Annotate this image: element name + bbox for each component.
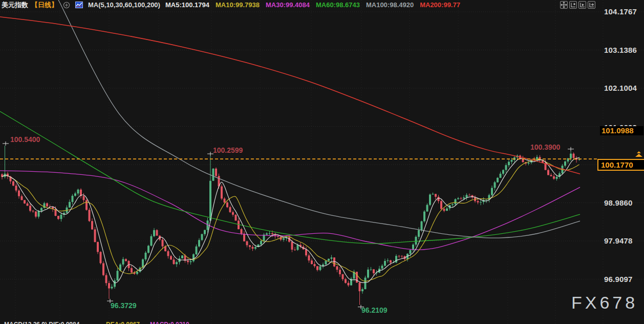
candle-body bbox=[176, 262, 178, 264]
indicator-chart-icon[interactable] bbox=[75, 2, 83, 8]
candle-body bbox=[325, 261, 327, 265]
candle-body bbox=[460, 198, 462, 199]
candle-body bbox=[108, 283, 110, 288]
candle-body bbox=[32, 211, 34, 211]
candle-body bbox=[502, 170, 504, 174]
candle-body bbox=[387, 260, 389, 261]
panel-play-icon[interactable] bbox=[578, 1, 586, 9]
candle-body bbox=[125, 259, 127, 261]
current-price-label: 100.1770 bbox=[597, 159, 644, 171]
candle-body bbox=[131, 268, 133, 273]
axis-tick-label: 96.9097 bbox=[604, 275, 644, 284]
candle-body bbox=[305, 249, 307, 255]
move-icon[interactable] bbox=[560, 1, 568, 9]
axis-tick-label: 103.1386 bbox=[604, 46, 644, 54]
chart-legend: 美元指数【日线】 MA(5,10,30,60,100,200) MA5:100.… bbox=[2, 1, 460, 9]
candle-body bbox=[401, 256, 403, 256]
candle-body bbox=[381, 266, 383, 269]
candle-body bbox=[94, 230, 96, 242]
candle-body bbox=[201, 234, 203, 240]
candle-body bbox=[57, 216, 59, 219]
candle-body bbox=[60, 215, 62, 219]
candle-body bbox=[111, 287, 113, 288]
candle-body bbox=[97, 242, 99, 252]
candle-body bbox=[196, 247, 198, 254]
sub-indicator-legend-segment: MACD(12,26,9) DIF:0.0984 bbox=[4, 321, 79, 324]
candle-body bbox=[156, 230, 158, 236]
candle-body bbox=[547, 170, 549, 175]
high-price-annotation: 100.5400 bbox=[10, 135, 40, 144]
candle-body bbox=[85, 200, 88, 210]
candle-body bbox=[364, 278, 367, 290]
candle-body bbox=[181, 255, 183, 258]
candle-body bbox=[348, 283, 350, 286]
candle-body bbox=[212, 169, 214, 181]
chart-canvas[interactable] bbox=[0, 0, 644, 324]
candle-body bbox=[44, 204, 46, 208]
candle-body bbox=[398, 256, 400, 256]
candle-body bbox=[491, 188, 493, 195]
candle-body bbox=[466, 195, 468, 197]
candle-body bbox=[314, 264, 316, 266]
candle-body bbox=[224, 198, 226, 202]
candle-body bbox=[463, 197, 465, 198]
candle-body bbox=[471, 195, 474, 197]
candle-body bbox=[241, 229, 243, 234]
candle-body bbox=[336, 267, 338, 270]
candle-body bbox=[361, 289, 363, 291]
candle-body bbox=[170, 256, 172, 259]
candle-body bbox=[440, 201, 442, 209]
candle-body bbox=[528, 163, 530, 164]
candle-body bbox=[249, 245, 251, 247]
candle-body bbox=[438, 197, 440, 201]
candle-body bbox=[74, 193, 76, 196]
instrument-title: 美元指数 bbox=[2, 1, 28, 10]
candle-body bbox=[122, 259, 124, 265]
high-marker-icon bbox=[3, 141, 9, 146]
candle-body bbox=[89, 210, 91, 221]
clipped-indicator-row: MACD(12,26,9) DIF:0.0984DEA:0.0867MACD:0… bbox=[0, 321, 461, 324]
ma-values-row: MA5:100.1794MA10:99.7938MA30:99.4084MA60… bbox=[165, 1, 460, 9]
candle-body bbox=[418, 230, 420, 237]
candle-body bbox=[505, 165, 507, 170]
candle-body bbox=[12, 181, 14, 186]
candle-body bbox=[38, 211, 40, 217]
candle-body bbox=[426, 205, 428, 212]
candle-body bbox=[252, 247, 254, 249]
candle-body bbox=[215, 169, 217, 176]
candle-body bbox=[308, 255, 310, 260]
candle-body bbox=[238, 220, 240, 229]
axis-tick-label: 97.9478 bbox=[604, 236, 644, 245]
panel-corner-icon[interactable] bbox=[569, 1, 577, 9]
candle-body bbox=[114, 280, 116, 287]
ma-legend-value-ma30: MA30:99.4084 bbox=[266, 1, 310, 9]
candle-body bbox=[105, 275, 108, 284]
marked-price-badge: 101.0988 bbox=[600, 126, 643, 135]
axis-tick-label: 102.1004 bbox=[604, 84, 644, 92]
candle-body bbox=[35, 211, 37, 216]
candle-body bbox=[468, 195, 470, 195]
candle-body bbox=[316, 266, 318, 270]
low-price-annotation: 96.3729 bbox=[111, 301, 137, 310]
axis-tick-label: 98.9860 bbox=[604, 198, 644, 207]
ma60-line bbox=[0, 111, 580, 244]
candle-body bbox=[455, 199, 457, 205]
high-price-annotation: 100.2599 bbox=[213, 146, 243, 154]
candle-body bbox=[564, 161, 566, 166]
candle-body bbox=[269, 233, 271, 234]
candle-body bbox=[260, 241, 262, 245]
candle-body bbox=[553, 176, 555, 179]
candle-body bbox=[373, 269, 375, 273]
candle-body bbox=[423, 212, 425, 221]
candle-body bbox=[232, 212, 234, 215]
candle-body bbox=[556, 177, 558, 179]
candle-body bbox=[477, 201, 479, 202]
candle-body bbox=[570, 154, 572, 158]
candle-body bbox=[136, 272, 138, 274]
candle-body bbox=[410, 250, 412, 254]
ma200-line bbox=[0, 17, 580, 174]
high-price-annotation: 100.3900 bbox=[530, 143, 560, 151]
expand-plus-icon[interactable] bbox=[63, 2, 70, 9]
dollar-index-daily-chart-window: 美元指数【日线】 MA(5,10,30,60,100,200) MA5:100.… bbox=[0, 0, 644, 324]
panel-shift-icon[interactable] bbox=[588, 1, 595, 9]
